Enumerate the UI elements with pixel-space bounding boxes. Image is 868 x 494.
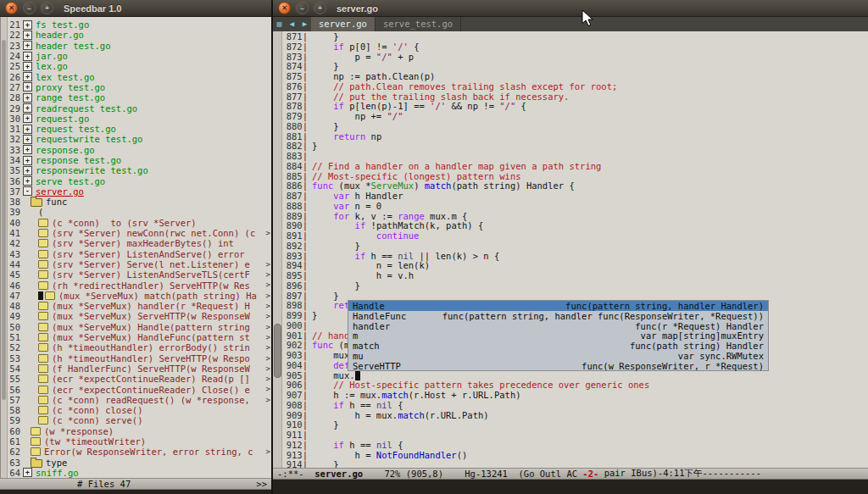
tab-serve_test.go[interactable]: serve_test.go — [376, 17, 461, 31]
code-line[interactable]: 895| h = v.h — [282, 270, 868, 280]
speedbar-item-label[interactable]: proxy_test.go — [36, 82, 105, 92]
speedbar-item[interactable]: 53(h *timeoutHandler) ServeHTTP(w Respo> — [8, 353, 271, 364]
code-line[interactable]: 913| h = NotFoundHandler() — [282, 450, 868, 460]
speedbar-item[interactable]: 32+requestwrite_test.go — [8, 134, 271, 144]
speedbar-item[interactable]: 41(srv *Server) newConn(rwc net.Conn) (c… — [8, 228, 271, 238]
editor-scrollbar[interactable] — [273, 31, 282, 468]
close-button[interactable]: ✕ — [278, 2, 291, 14]
expander-icon[interactable]: + — [23, 468, 32, 477]
expander-icon[interactable]: - — [23, 186, 32, 196]
expander-icon[interactable]: + — [23, 52, 32, 61]
speedbar-item[interactable]: 31+request_test.go — [8, 124, 271, 134]
speedbar-file-list[interactable]: 21+fs_test.go22+header.go23+header_test.… — [0, 17, 271, 478]
speedbar-item[interactable]: 28+range_test.go — [8, 92, 271, 103]
speedbar-item[interactable]: 25+lex.go — [8, 61, 271, 71]
expander-icon[interactable]: + — [23, 93, 32, 103]
speedbar-item-label[interactable]: (c *conn) readRequest() (w *response, — [52, 395, 250, 405]
speedbar-item-label[interactable]: response.go — [36, 145, 95, 155]
expander-icon[interactable]: + — [23, 114, 32, 123]
speedbar-item[interactable]: 61(tw *timeoutWriter) — [8, 436, 271, 447]
tab-bar[interactable]: ▤◀▶ server.goserve_test.go — [273, 17, 868, 32]
speedbar-scrollbar[interactable] — [1, 17, 8, 478]
close-button[interactable]: ✕ — [5, 2, 18, 14]
scrollbar-thumb[interactable] — [2, 40, 6, 399]
speedbar-titlebar[interactable]: ✕ – + Speedbar 1.0 — [0, 0, 271, 17]
speedbar-item-label[interactable]: (mux *ServeMux) HandleFunc(pattern st — [52, 332, 250, 342]
code-line[interactable]: 896| } — [282, 280, 868, 291]
tabbar-scroll-left-button[interactable]: ◀ — [286, 17, 298, 31]
speedbar-item[interactable]: 26+lex_test.go — [8, 71, 271, 81]
speedbar-item[interactable]: 45(srv *Server) ListenAndServeTLS(certF> — [8, 269, 271, 280]
expander-icon[interactable]: + — [23, 135, 32, 144]
speedbar-item-label[interactable]: (mux *ServeMux) Handle(pattern string — [52, 322, 250, 332]
expander-icon[interactable]: + — [23, 166, 32, 175]
expander-icon[interactable]: + — [23, 82, 32, 92]
maximize-button[interactable]: + — [41, 2, 53, 14]
maximize-button[interactable]: + — [314, 2, 326, 14]
code-line[interactable]: 911| — [282, 430, 868, 440]
speedbar-item[interactable]: 22+header.go — [8, 30, 271, 40]
speedbar-item[interactable]: 55(ecr *expectContinueReader) Read(p []> — [8, 374, 271, 384]
speedbar-item[interactable]: 59(c *conn) serve() — [8, 415, 271, 425]
code-line[interactable]: 875| np := path.Clean(p) — [282, 71, 868, 81]
speedbar-item-label[interactable]: (srv *Server) ListenAndServe() error — [52, 249, 245, 259]
speedbar-item-label[interactable]: request.go — [36, 114, 89, 124]
code-line[interactable]: 880| } — [282, 121, 868, 131]
speedbar-item-label[interactable]: (srv *Server) maxHeaderBytes() int — [52, 238, 234, 248]
autocomplete-item[interactable]: muvar sync.RWMutex — [348, 351, 768, 361]
speedbar-item-label[interactable]: (c *conn) close() — [52, 405, 142, 415]
expander-icon[interactable]: + — [23, 103, 32, 113]
minimize-button[interactable]: – — [23, 2, 36, 14]
code-line[interactable]: 908| if h == nil { — [282, 400, 868, 410]
speedbar-item[interactable]: 63type — [8, 457, 271, 467]
code-line[interactable]: 871| } — [282, 31, 868, 42]
speedbar-item-label[interactable]: jar.go — [36, 51, 68, 61]
speedbar-item-label[interactable]: sniff.go — [36, 468, 79, 478]
speedbar-item[interactable]: 42(srv *Server) maxHeaderBytes() int — [8, 238, 271, 248]
code-line[interactable]: 887| var h Handler — [282, 191, 868, 201]
speedbar-item-label[interactable]: (mux *ServeMux) ServeHTTP(w ResponseW — [52, 311, 250, 321]
speedbar-item-label[interactable]: serve_test.go — [36, 176, 105, 186]
speedbar-item-label[interactable]: header.go — [36, 30, 84, 40]
speedbar-item[interactable]: 40(c *conn) to (srv *Server) — [8, 218, 271, 228]
code-line[interactable]: 883| — [282, 151, 868, 161]
code-line[interactable]: 894| n = len(k) — [282, 260, 868, 270]
speedbar-item-label[interactable]: (rh *redirectHandler) ServeHTTP(w Res — [52, 280, 250, 291]
speedbar-item[interactable]: 38func — [8, 197, 271, 207]
speedbar-item[interactable]: 29+readrequest_test.go — [8, 103, 271, 113]
tab-server.go[interactable]: server.go — [311, 17, 376, 31]
speedbar-item-label[interactable]: (ecr *expectContinueReader) Read(p [] — [52, 374, 250, 384]
autocomplete-item[interactable]: mvar map[string]muxEntry — [348, 330, 768, 341]
speedbar-item-label[interactable]: (w *response) — [44, 426, 114, 436]
code-line[interactable]: 914| } — [282, 459, 868, 468]
code-line[interactable]: 877| // put the trailing slash back if n… — [282, 92, 868, 102]
minimize-button[interactable]: – — [296, 2, 309, 14]
speedbar-item-label[interactable]: (tw *timeoutWriter) — [44, 436, 146, 447]
autocomplete-item[interactable]: handlerfunc(r *Request) Handler — [348, 321, 768, 331]
speedbar-item-label[interactable]: (mux *ServeMux) match(path string) Ha — [58, 291, 257, 301]
speedbar-item-label[interactable]: (mux *ServeMux) handler(r *Request) H — [52, 301, 250, 311]
speedbar-item-label[interactable]: type — [46, 458, 67, 468]
expander-icon[interactable]: + — [23, 156, 32, 165]
speedbar-item[interactable]: 47(mux *ServeMux) match(path string) Ha> — [8, 291, 271, 301]
speedbar-item[interactable]: 24+jar.go — [8, 51, 271, 61]
code-line[interactable]: 876| // path.Clean removes trailing slas… — [282, 81, 868, 92]
code-line[interactable]: 884|// Find a handler on a handler map g… — [282, 161, 868, 171]
speedbar-item-label[interactable]: header_test.go — [36, 41, 111, 51]
code-line[interactable]: 906| // Host-specific pattern takes prec… — [282, 380, 868, 390]
speedbar-item[interactable]: 43(srv *Server) ListenAndServe() error — [8, 249, 271, 259]
speedbar-item-label[interactable]: request_test.go — [36, 124, 116, 134]
speedbar-item[interactable]: 21+fs_test.go — [8, 19, 271, 30]
speedbar-item[interactable]: 54(f HandlerFunc) ServeHTTP(w ResponseW> — [8, 364, 271, 374]
speedbar-item[interactable]: 56(ecr *expectContinueReader) Close() e> — [8, 384, 271, 394]
speedbar-item-label[interactable]: requestwrite_test.go — [36, 134, 142, 144]
speedbar-item[interactable]: 35+responsewrite_test.go — [8, 165, 271, 175]
code-line[interactable]: 872| if p[0] != '/' { — [282, 42, 868, 52]
emacs-modeline[interactable]: -:**- server.go 72% (905,8) Hg-13241 (Go… — [273, 468, 868, 480]
speedbar-item[interactable]: 64+sniff.go — [8, 468, 271, 478]
code-line[interactable]: 882|} — [282, 141, 868, 151]
speedbar-item-label[interactable]: range_test.go — [36, 92, 105, 103]
speedbar-item-label[interactable]: (f HandlerFunc) ServeHTTP(w ResponseW — [52, 364, 250, 374]
speedbar-item-label[interactable]: lex.go — [36, 61, 68, 71]
speedbar-item[interactable]: 58(c *conn) close() — [8, 405, 271, 415]
